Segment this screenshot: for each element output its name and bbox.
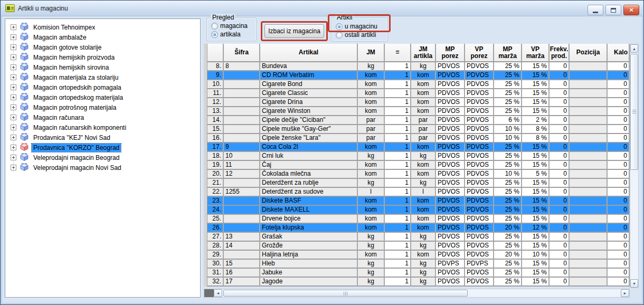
table-row[interactable]: 9.CD ROM Verbatimkom1komPDVOSPDVOS25 %15… <box>207 71 630 80</box>
cell-jm[interactable]: kom <box>358 71 385 80</box>
cell-mp-mar-a[interactable]: 25 % <box>494 188 522 197</box>
cell-artikal[interactable]: Cigarete Classic <box>260 89 358 98</box>
tree-item-label[interactable]: Magacin ambalaže <box>32 33 88 42</box>
cell--[interactable]: 1 <box>385 251 411 260</box>
table-row[interactable]: 15.Cipele muške "Gay-Ger"par1parPDVOSPDV… <box>207 125 630 134</box>
cell-vp-mar-a[interactable]: 15 % <box>522 89 550 98</box>
cell--[interactable]: 1 <box>385 89 411 98</box>
cell--ifra[interactable] <box>224 215 260 224</box>
tree-item-label[interactable]: Prodavnica "KEJ" Novi Sad <box>32 134 112 142</box>
expand-plus-icon[interactable] <box>11 165 16 170</box>
cell-mp-mar-a[interactable]: 25 % <box>494 260 522 269</box>
table-row[interactable]: 12.Cigarete Drinakom1komPDVOSPDVOS25 %15… <box>207 98 630 107</box>
cell-vp-mar-a[interactable]: 15 % <box>522 278 550 287</box>
cell-artikal[interactable]: Coca Cola 2l <box>260 143 358 152</box>
cell-frekv-prod-[interactable]: 0 <box>550 134 570 143</box>
cell-rownum[interactable]: 26. <box>207 224 224 233</box>
tree-item-11[interactable]: Magacin računarskih komponenti <box>5 122 200 132</box>
cell-mp-mar-a[interactable]: 25 % <box>494 89 522 98</box>
column-header-mp-mar-a[interactable]: MP marža <box>494 44 522 62</box>
cell-jm[interactable]: kom <box>358 80 385 89</box>
tree-item-label[interactable]: Magacin materijala za stolariju <box>32 73 120 82</box>
table-row[interactable]: 32.17Jagodekg1kgPDVOSPDVOS25 %15 %00 <box>207 278 630 287</box>
cell-artikal[interactable]: Cipele muške "Gay-Ger" <box>260 125 358 134</box>
cell-rownum[interactable]: 9. <box>207 71 224 80</box>
cell-artikal[interactable]: Cigarete Winston <box>260 107 358 116</box>
cell-frekv-prod-[interactable]: 0 <box>550 125 570 134</box>
cell-jm[interactable]: par <box>358 134 385 143</box>
cell-rownum[interactable]: 29. <box>207 251 224 260</box>
cell-pozicija[interactable] <box>570 98 608 107</box>
cell--[interactable]: 1 <box>385 125 411 134</box>
cell-pozicija[interactable] <box>570 143 608 152</box>
expand-plus-icon[interactable] <box>11 135 16 140</box>
cell--[interactable]: 1 <box>385 269 411 278</box>
cell-kalo[interactable]: 0 <box>608 233 630 242</box>
cell-jm-artikla[interactable]: kg <box>411 260 436 269</box>
cell-vp-porez[interactable]: PDVOS <box>465 125 494 134</box>
cell-mp-mar-a[interactable]: 25 % <box>494 215 522 224</box>
cell-mp-mar-a[interactable]: 25 % <box>494 98 522 107</box>
cell--[interactable]: 1 <box>385 233 411 242</box>
table-row[interactable]: 25.Drvene bojicekom1komPDVOSPDVOS25 %15 … <box>207 215 630 224</box>
tree-item-label[interactable]: Magacin računarskih komponenti <box>32 123 128 132</box>
cell-vp-porez[interactable]: PDVOS <box>465 161 494 170</box>
expand-plus-icon[interactable] <box>11 74 16 80</box>
cell--ifra[interactable] <box>224 206 260 215</box>
cell-jm[interactable]: kg <box>358 242 385 251</box>
cell-vp-porez[interactable]: PDVOS <box>465 224 494 233</box>
cell-frekv-prod-[interactable]: 0 <box>550 170 570 179</box>
cell--ifra[interactable] <box>224 197 260 206</box>
cell-vp-porez[interactable]: PDVOS <box>465 206 494 215</box>
cell--ifra[interactable]: 8 <box>224 62 260 71</box>
cell--ifra[interactable]: 16 <box>224 269 260 278</box>
artikli-radio-on[interactable] <box>336 23 343 30</box>
tree-item-label[interactable]: Komision Tehnoimpex <box>32 23 97 32</box>
cell-jm-artikla[interactable]: kom <box>411 107 436 116</box>
cell-jm-artikla[interactable]: kg <box>411 242 436 251</box>
cell-frekv-prod-[interactable]: 0 <box>550 152 570 161</box>
cell-rownum[interactable]: 23. <box>207 197 224 206</box>
cell-frekv-prod-[interactable]: 0 <box>550 278 570 287</box>
cell-artikal[interactable]: CD ROM Verbatim <box>260 71 358 80</box>
cell-vp-porez[interactable]: PDVOS <box>465 188 494 197</box>
cell-vp-porez[interactable]: PDVOS <box>465 143 494 152</box>
artikli-option-2[interactable]: ostali artikli <box>336 31 376 39</box>
cell-frekv-prod-[interactable]: 0 <box>550 269 570 278</box>
cell-mp-mar-a[interactable]: 25 % <box>494 269 522 278</box>
column-header-jm-artikla[interactable]: JM artikla <box>411 44 436 62</box>
cell--[interactable]: 1 <box>385 197 411 206</box>
cell-mp-mar-a[interactable]: 25 % <box>494 152 522 161</box>
cell-mp-mar-a[interactable]: 10 % <box>494 170 522 179</box>
cell-jm[interactable]: l <box>358 188 385 197</box>
cell-vp-mar-a[interactable]: 15 % <box>522 188 550 197</box>
cell-vp-mar-a[interactable]: 15 % <box>522 233 550 242</box>
table-row[interactable]: 23.Diskete BASFkom1komPDVOSPDVOS25 %15 %… <box>207 197 630 206</box>
cell-jm-artikla[interactable]: kom <box>411 161 436 170</box>
tree-item-3[interactable]: Magacin gotove stolarije <box>5 42 200 52</box>
cell-kalo[interactable]: 0 <box>608 215 630 224</box>
cell-mp-porez[interactable]: PDVOS <box>436 116 465 125</box>
cell--ifra[interactable] <box>224 125 260 134</box>
cell-artikal[interactable]: Grašak <box>260 233 358 242</box>
cell-rownum[interactable]: 18. <box>207 152 224 161</box>
cell-artikal[interactable]: Cigarete Drina <box>260 98 358 107</box>
tree-item-label[interactable]: Veleprodajni magacin Beograd <box>32 154 121 162</box>
cell-artikal[interactable]: Diskete BASF <box>260 197 358 206</box>
table-row[interactable]: 20.12Čokolada mlečnakom1komPDVOSPDVOS10 … <box>207 170 630 179</box>
cell-vp-porez[interactable]: PDVOS <box>465 152 494 161</box>
cell-mp-mar-a[interactable]: 25 % <box>494 80 522 89</box>
tree-item-8[interactable]: Magacin ortopedskog materijala <box>5 92 200 102</box>
cell-mp-porez[interactable]: PDVOS <box>436 224 465 233</box>
tree-item-15[interactable]: Veleprodajni magacin Novi Sad <box>5 163 200 173</box>
scroll-down-button[interactable]: ▼ <box>630 279 638 288</box>
cell-kalo[interactable]: 0 <box>608 107 630 116</box>
cell-mp-porez[interactable]: PDVOS <box>436 107 465 116</box>
column-header--[interactable]: = <box>385 44 411 62</box>
cell-pozicija[interactable] <box>570 71 608 80</box>
tree-item-label[interactable]: Prodavnica "KORZO" Beograd <box>32 144 121 152</box>
expand-plus-icon[interactable] <box>11 64 16 70</box>
cell-jm[interactable]: kg <box>358 278 385 287</box>
cell-mp-mar-a[interactable]: 25 % <box>494 161 522 170</box>
tree-item-label[interactable]: Magacin hemijskih proizvoda <box>32 53 116 62</box>
